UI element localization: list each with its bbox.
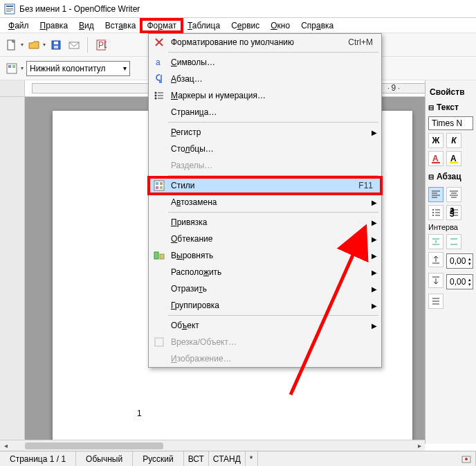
menu-table[interactable]: Таблица <box>182 19 226 32</box>
menu-arrange[interactable]: Расположить▶ <box>149 264 381 280</box>
menu-window[interactable]: Окно <box>265 19 295 32</box>
menu-edit[interactable]: Правка <box>35 19 74 32</box>
menu-help[interactable]: Справка <box>295 19 339 32</box>
new-button[interactable] <box>4 37 19 53</box>
svg-rect-14 <box>12 65 15 68</box>
svg-rect-2 <box>6 8 13 9</box>
numbering-button[interactable]: 123 <box>446 205 461 220</box>
menu-paragraph[interactable]: Абзац… <box>149 71 381 87</box>
submenu-arrow-icon: ▶ <box>372 199 377 206</box>
submenu-arrow-icon: ▶ <box>372 322 377 330</box>
svg-rect-18 <box>450 162 458 163</box>
svg-text:PDF: PDF <box>98 40 107 50</box>
export-pdf-button[interactable]: PDF <box>93 37 109 53</box>
svg-rect-33 <box>160 186 163 189</box>
line-spacing-button[interactable] <box>428 294 443 309</box>
italic-button[interactable]: К <box>446 133 461 148</box>
align-left-button[interactable] <box>428 187 443 202</box>
styles-dropdown-icon[interactable]: ▾ <box>21 65 24 71</box>
page-number-field[interactable]: 1 <box>137 409 142 418</box>
save-button[interactable] <box>48 37 64 53</box>
menu-view[interactable]: Вид <box>73 19 100 32</box>
svg-point-19 <box>432 209 434 210</box>
menu-file[interactable]: Файл <box>3 19 35 32</box>
svg-rect-31 <box>160 182 163 185</box>
email-button[interactable] <box>66 37 82 53</box>
sidebar-section-paragraph[interactable]: ⊟Абзац <box>428 169 473 184</box>
status-page[interactable]: Страница 1 / 1 <box>0 451 76 466</box>
status-selection-mode[interactable]: СТАНД <box>209 451 246 466</box>
svg-rect-1 <box>6 6 13 7</box>
sidebar-section-text[interactable]: ⊟Текст <box>428 100 473 115</box>
svg-point-21 <box>432 215 434 216</box>
submenu-arrow-icon: ▶ <box>372 235 377 243</box>
menu-insert[interactable]: Вставка <box>100 19 142 32</box>
menu-character[interactable]: a Символы… <box>149 54 381 71</box>
menu-image: Изображение… <box>149 350 381 367</box>
submenu-arrow-icon: ▶ <box>372 252 377 260</box>
svg-rect-16 <box>432 162 440 163</box>
svg-point-26 <box>155 92 157 94</box>
menu-format[interactable]: Формат <box>141 19 182 32</box>
menu-separator <box>168 175 378 176</box>
menu-align[interactable]: Выровнять▶ <box>149 247 381 264</box>
menu-wrap[interactable]: Обтекание▶ <box>149 231 381 247</box>
menu-bullets[interactable]: Маркеры и нумерация… <box>149 87 381 104</box>
scroll-right-icon[interactable]: ▸ <box>414 442 425 449</box>
menu-default-formatting[interactable]: Форматирование по умолчанию Ctrl+M <box>149 34 381 51</box>
menu-anchor[interactable]: Привязка▶ <box>149 214 381 231</box>
status-style[interactable]: Обычный <box>76 451 133 466</box>
bullets-button[interactable] <box>428 205 443 220</box>
menu-group[interactable]: Группировка▶ <box>149 297 381 314</box>
svg-point-27 <box>155 95 157 97</box>
spacing-increase-button[interactable] <box>428 234 443 249</box>
font-color-button[interactable]: A <box>428 151 443 166</box>
status-insert-mode[interactable]: ВСТ <box>184 451 209 466</box>
font-name-field[interactable]: Times N <box>428 116 473 130</box>
menu-page[interactable]: Страница… <box>149 104 381 120</box>
menu-autocorrect[interactable]: Автозамена▶ <box>149 194 381 210</box>
highlight-button[interactable]: A <box>446 151 461 166</box>
menu-case[interactable]: Регистр▶ <box>149 124 381 141</box>
status-language[interactable]: Русский <box>133 451 184 466</box>
sidebar-properties: Свойств ⊟Текст Times N Ж К A A ⊟Абзац 12… <box>425 80 476 444</box>
menu-separator <box>168 212 378 213</box>
menubar: Файл Правка Вид Вставка Формат Таблица С… <box>0 18 476 33</box>
clear-format-icon <box>152 37 167 48</box>
menu-object[interactable]: Объект▶ <box>149 317 381 334</box>
sidebar-title: Свойств <box>428 83 473 100</box>
svg-rect-4 <box>6 11 11 12</box>
ruler-tick-9: · 9 · <box>387 83 400 93</box>
scroll-left-icon[interactable]: ◂ <box>0 442 11 449</box>
status-signature[interactable] <box>457 451 476 466</box>
new-dropdown-icon[interactable]: ▾ <box>21 42 24 48</box>
menu-columns[interactable]: Столбцы… <box>149 141 381 157</box>
window-titlebar: Без имени 1 - OpenOffice Writer <box>0 0 476 18</box>
svg-text:a: a <box>156 57 161 67</box>
vertical-ruler[interactable] <box>0 97 25 444</box>
align-center-button[interactable] <box>446 187 461 202</box>
sidebar-interval-label: Интерва <box>428 223 473 231</box>
styles-window-button[interactable] <box>4 61 19 76</box>
menu-sections: Разделы… <box>149 157 381 174</box>
menu-flip[interactable]: Отразить▶ <box>149 280 381 297</box>
styles-icon <box>152 180 167 191</box>
svg-rect-32 <box>156 186 158 189</box>
bold-button[interactable]: Ж <box>428 133 443 148</box>
svg-text:3: 3 <box>450 209 455 217</box>
scroll-thumb[interactable] <box>25 442 163 449</box>
menu-styles[interactable]: Стили F11 <box>149 177 381 194</box>
svg-point-39 <box>465 458 468 460</box>
spacing-below-field[interactable]: 0,00 <box>446 274 473 289</box>
horizontal-scrollbar[interactable]: ◂ ▸ <box>0 440 425 451</box>
svg-rect-7 <box>54 42 58 44</box>
spacing-decrease-button[interactable] <box>446 234 461 249</box>
paragraph-style-dropdown[interactable]: Нижний колонтитул <box>26 61 130 76</box>
menu-tools[interactable]: Сервис <box>226 19 265 32</box>
open-dropdown-icon[interactable]: ▾ <box>43 42 46 48</box>
spacing-above-field[interactable]: 0,00 <box>446 253 473 269</box>
submenu-arrow-icon: ▶ <box>372 219 377 226</box>
menu-separator <box>168 315 378 316</box>
open-button[interactable] <box>26 37 42 53</box>
svg-rect-8 <box>54 46 58 48</box>
